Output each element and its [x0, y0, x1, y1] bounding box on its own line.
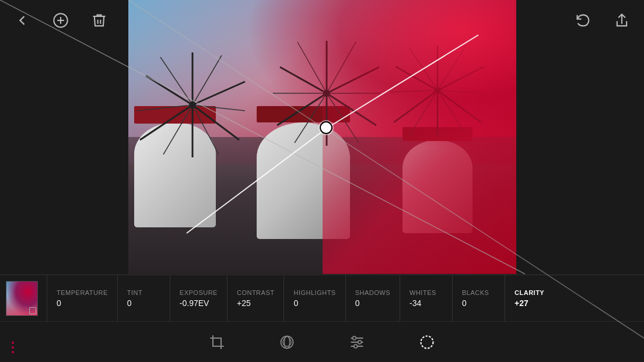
- param-value-5: 0: [355, 298, 360, 308]
- thumbnail-preview[interactable]: [6, 281, 38, 316]
- dot-2: [12, 346, 14, 349]
- top-bar-left: [12, 10, 110, 31]
- param-item-temperature[interactable]: TEMPERATURE0: [47, 275, 117, 321]
- bottom-info-bar: TEMPERATURE0TINT0EXPOSURE-0.97EVCONTRAST…: [0, 275, 644, 321]
- color-mix-icon: [279, 334, 295, 350]
- share-icon: [614, 12, 630, 29]
- param-value-8: +27: [514, 298, 528, 308]
- crop-icon: [209, 334, 225, 350]
- color-mix-tool[interactable]: [275, 331, 299, 354]
- svg-point-54: [358, 340, 362, 344]
- param-item-contrast[interactable]: CONTRAST+25: [227, 275, 284, 321]
- param-label-0: TEMPERATURE: [57, 289, 108, 296]
- crop-tool[interactable]: [205, 331, 229, 354]
- dots-menu[interactable]: [12, 342, 14, 353]
- param-item-shadows[interactable]: SHADOWS0: [345, 275, 400, 321]
- dot-1: [12, 342, 14, 344]
- top-bar: [0, 0, 644, 41]
- param-label-1: TINT: [127, 289, 142, 296]
- undo-icon: [575, 12, 592, 29]
- svg-line-6: [192, 82, 245, 105]
- right-strip: [516, 0, 644, 274]
- param-value-1: 0: [127, 298, 132, 308]
- param-item-highlights[interactable]: HIGHLIGHTS0: [284, 275, 345, 321]
- dot-3: [12, 351, 14, 353]
- adjustments-icon: [349, 334, 365, 350]
- svg-line-10: [146, 76, 192, 105]
- svg-line-7: [192, 105, 239, 140]
- main-image: [128, 0, 516, 274]
- svg-point-56: [421, 336, 433, 348]
- param-value-0: 0: [57, 298, 61, 308]
- param-item-blacks[interactable]: BLACKS0: [452, 275, 505, 321]
- svg-point-55: [354, 345, 358, 348]
- param-label-2: EXPOSURE: [180, 289, 218, 296]
- param-label-5: SHADOWS: [355, 289, 390, 296]
- param-label-3: CONTRAST: [237, 289, 275, 296]
- param-value-7: 0: [462, 298, 467, 308]
- curve-handle[interactable]: [320, 121, 332, 134]
- svg-line-14: [163, 105, 192, 154]
- svg-line-9: [140, 105, 192, 140]
- add-icon: [52, 12, 69, 29]
- param-list: TEMPERATURE0TINT0EXPOSURE-0.97EVCONTRAST…: [47, 275, 638, 321]
- top-bar-right: [573, 10, 632, 31]
- param-value-4: 0: [293, 298, 298, 308]
- undo-button[interactable]: [573, 10, 594, 31]
- adjustments-tool[interactable]: [345, 331, 369, 354]
- param-label-6: WHITES: [410, 289, 436, 296]
- svg-point-17: [189, 101, 196, 108]
- param-label-8: CLARITY: [514, 289, 544, 296]
- selective-icon: [419, 334, 435, 350]
- svg-line-13: [192, 105, 219, 154]
- param-label-7: BLACKS: [462, 289, 489, 296]
- bottom-toolbar: [0, 321, 644, 362]
- param-value-2: -0.97EV: [180, 298, 209, 308]
- back-icon: [14, 12, 30, 29]
- windmill-blades-left: [128, 47, 257, 163]
- param-value-3: +25: [237, 298, 251, 308]
- param-label-4: HIGHLIGHTS: [293, 289, 335, 296]
- back-button[interactable]: [12, 10, 33, 31]
- delete-button[interactable]: [89, 10, 110, 31]
- svg-line-16: [160, 57, 192, 105]
- param-item-tint[interactable]: TINT0: [117, 275, 170, 321]
- left-strip: [0, 0, 128, 274]
- param-item-clarity[interactable]: CLARITY+27: [505, 275, 557, 321]
- share-button[interactable]: [611, 10, 632, 31]
- selective-tool[interactable]: [415, 331, 439, 354]
- param-item-whites[interactable]: WHITES-34: [400, 275, 452, 321]
- param-value-6: -34: [410, 298, 421, 308]
- thumb-adjust-icon: [29, 307, 36, 314]
- add-button[interactable]: [50, 10, 71, 31]
- svg-point-53: [352, 336, 356, 340]
- param-item-exposure[interactable]: EXPOSURE-0.97EV: [170, 275, 227, 321]
- trash-icon: [91, 12, 107, 29]
